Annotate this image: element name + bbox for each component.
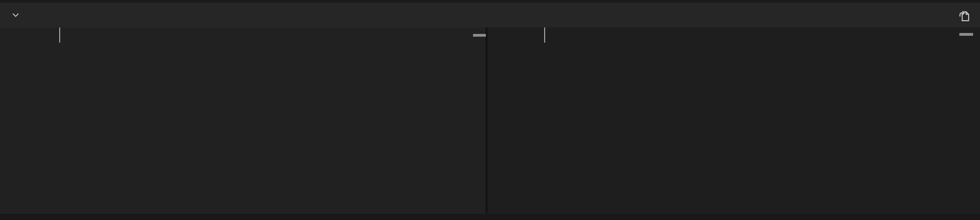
diff-file-header[interactable] [0, 3, 980, 28]
overview-ruler-cursor-mark-left [473, 34, 486, 37]
diff-right-rows [488, 28, 980, 34]
text-cursor-original [59, 28, 60, 43]
editor-bottom-edge [0, 213, 980, 220]
diff-left-rows [0, 28, 485, 34]
overview-ruler-cursor-mark-right [959, 33, 973, 36]
text-cursor-modified [544, 28, 545, 43]
diff-editor [0, 28, 980, 220]
diff-modified-pane[interactable] [488, 28, 980, 220]
collapse-toggle[interactable] [10, 10, 21, 21]
diff-original-pane[interactable] [0, 28, 485, 220]
open-file-icon[interactable] [957, 8, 972, 23]
chevron-down-icon[interactable] [11, 10, 21, 20]
